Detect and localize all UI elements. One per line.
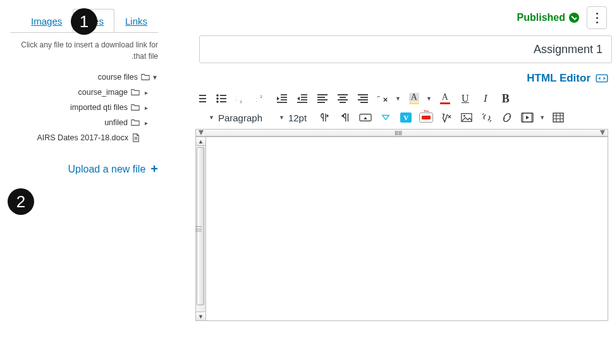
publish-status[interactable]: Published [517, 12, 579, 23]
svg-marker-61 [327, 114, 329, 118]
chevron-down-icon: ▼ [279, 114, 286, 121]
rtl-button[interactable] [337, 110, 353, 125]
ruler-left-marker[interactable] [600, 130, 605, 135]
assignment-title-input[interactable] [199, 35, 612, 63]
folder-icon [131, 103, 140, 112]
bold-button[interactable]: B [498, 91, 514, 106]
paragraph-select[interactable]: Paragraph ▼ [193, 112, 269, 123]
text-color-button[interactable]: A [437, 91, 453, 106]
numbered-list-button[interactable]: 123 [193, 91, 209, 106]
unlink-button[interactable] [479, 110, 495, 125]
vertical-scrollbar[interactable]: ▲ ▼ [196, 137, 206, 320]
clear-formatting-button[interactable]: T [375, 91, 391, 106]
editor-textarea-wrapper: ▲ ▼ [195, 136, 608, 321]
folder-toggle-collapsed-icon[interactable]: ▸ [143, 89, 148, 96]
folder-label: course_image [78, 88, 128, 97]
media-button[interactable] [519, 110, 536, 125]
underline-button[interactable]: U [457, 91, 474, 106]
html-editor-link[interactable]: HTML Editor [527, 72, 591, 85]
html-code-icon [596, 73, 608, 83]
table-button[interactable] [550, 110, 566, 125]
align-left-button[interactable] [314, 91, 331, 106]
svg-point-31 [216, 97, 219, 100]
indent-button[interactable] [274, 91, 290, 106]
ruler-center-marker: ⅢⅢ [395, 130, 402, 136]
bullet-list-button[interactable] [213, 91, 230, 106]
file-airs-dates[interactable]: AIRS Dates 2017-18.docx [10, 130, 158, 145]
svg-text:T: T [377, 94, 380, 103]
equation-button[interactable] [438, 110, 455, 125]
tab-images[interactable]: Images [20, 9, 73, 32]
svg-text:2: 2 [260, 94, 262, 99]
folder-course-files[interactable]: ▼ course files [10, 70, 158, 85]
font-size-select[interactable]: 12pt ▼ [272, 112, 313, 123]
youtube-button[interactable]: You [418, 110, 434, 125]
svg-line-3 [384, 98, 387, 101]
annotation-badge-2: 2 [8, 188, 34, 215]
align-center-button[interactable] [334, 91, 351, 106]
svg-point-54 [463, 115, 465, 117]
svg-text:2: 2 [240, 99, 242, 104]
bg-color-dropdown-icon[interactable]: ▼ [395, 95, 402, 102]
file-tree: ▼ course files ▸ course_image ▸ imported… [10, 70, 158, 145]
folder-unfiled[interactable]: ▸ unfiled [10, 115, 158, 130]
folder-course-image[interactable]: ▸ course_image [10, 85, 158, 100]
svg-line-2 [384, 98, 387, 101]
align-right-button[interactable] [355, 91, 371, 106]
svg-rect-0 [596, 75, 608, 82]
text-color-dropdown-icon[interactable]: ▼ [426, 95, 433, 102]
font-size-label: 12pt [288, 112, 307, 123]
folder-icon [131, 118, 140, 127]
svg-line-52 [490, 120, 492, 121]
published-label: Published [517, 12, 565, 23]
ltr-button[interactable] [317, 110, 333, 125]
ruler-right-marker[interactable] [199, 130, 204, 135]
table-dropdown-icon[interactable]: ▼ [539, 114, 546, 121]
link-button[interactable] [499, 110, 515, 125]
editor-ruler[interactable]: ⅢⅢ [195, 129, 608, 136]
chevron-down-icon: ▼ [209, 114, 216, 121]
svg-point-30 [216, 94, 219, 97]
paragraph-label: Paragraph [218, 112, 262, 123]
upload-new-file-button[interactable]: + Upload a new file [10, 162, 158, 176]
svg-marker-59 [364, 117, 367, 119]
svg-rect-42 [553, 113, 563, 122]
upload-label: Upload a new file [68, 164, 146, 175]
svg-line-56 [448, 115, 451, 118]
svg-text:x: x [256, 95, 257, 103]
tab-links[interactable]: Links [114, 9, 158, 32]
files-helper-text: Click any file to insert a download link… [10, 39, 158, 62]
subscript-button[interactable]: x2 [233, 91, 250, 106]
keyboard-button[interactable] [357, 110, 374, 125]
svg-marker-20 [297, 97, 300, 100]
svg-marker-60 [341, 114, 344, 118]
folder-label: imported qti files [70, 103, 128, 112]
scroll-thumb[interactable] [197, 147, 204, 305]
folder-toggle-expanded-icon[interactable]: ▼ [153, 74, 158, 81]
scroll-up-arrow[interactable]: ▲ [196, 137, 205, 146]
editor-main-column: Published HTML Editor B I U A ▼ A ▼ T x2 [193, 0, 612, 321]
editor-content[interactable] [206, 137, 608, 320]
folder-toggle-collapsed-icon[interactable]: ▸ [143, 104, 148, 111]
folder-label: unfiled [104, 118, 128, 127]
svg-rect-58 [360, 114, 371, 121]
svg-marker-48 [526, 116, 529, 119]
scroll-down-arrow[interactable]: ▼ [196, 312, 205, 320]
more-options-button[interactable] [587, 6, 607, 29]
vimeo-button[interactable]: V [398, 110, 414, 125]
svg-rect-53 [462, 114, 472, 122]
image-button[interactable] [458, 110, 475, 125]
annotation-badge-1: 1 [71, 8, 97, 35]
superscript-button[interactable]: x2 [254, 91, 270, 106]
document-icon [132, 133, 140, 142]
svg-point-32 [216, 100, 219, 103]
bg-color-button[interactable]: A [406, 91, 422, 106]
italic-button[interactable]: I [477, 91, 494, 106]
folder-toggle-collapsed-icon[interactable]: ▸ [143, 119, 148, 126]
folder-icon [131, 88, 140, 97]
svg-line-55 [448, 115, 451, 118]
outdent-button[interactable] [294, 91, 310, 106]
embed-dropdown-button[interactable] [377, 110, 394, 125]
folder-imported-qti[interactable]: ▸ imported qti files [10, 100, 158, 115]
svg-line-51 [482, 114, 484, 115]
